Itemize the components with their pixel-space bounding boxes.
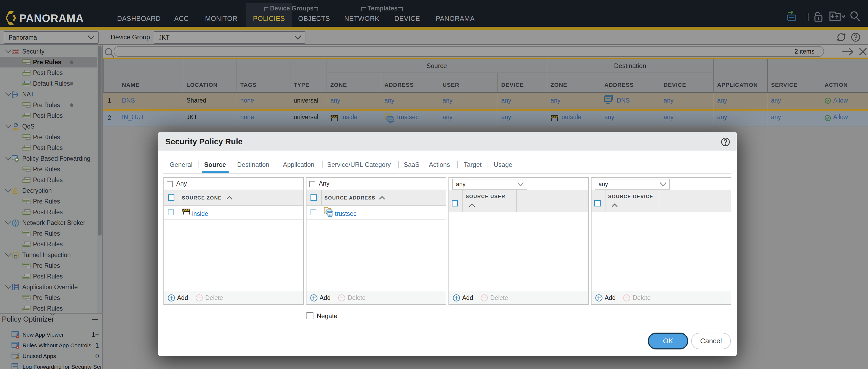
svg-text:QoS: QoS: [13, 127, 19, 130]
